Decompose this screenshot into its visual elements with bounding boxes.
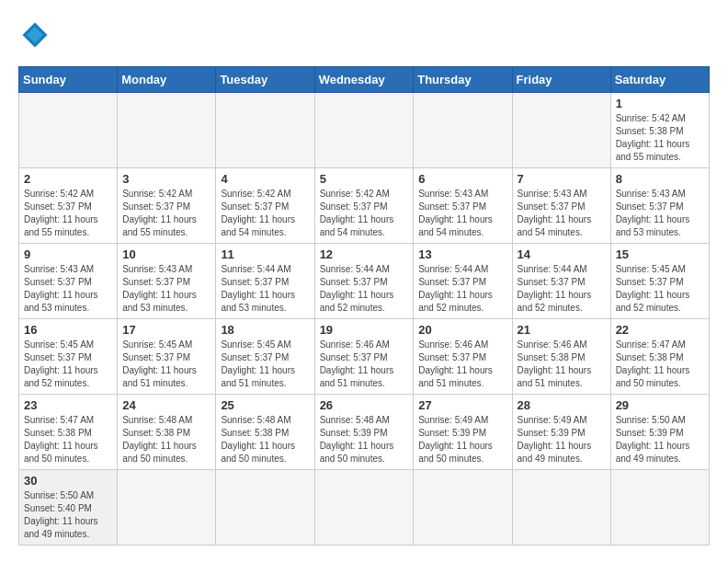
calendar-week-row: 2Sunrise: 5:42 AM Sunset: 5:37 PM Daylig… — [19, 168, 710, 244]
calendar-day-cell: 1Sunrise: 5:42 AM Sunset: 5:38 PM Daylig… — [610, 93, 709, 168]
day-info: Sunrise: 5:49 AM Sunset: 5:39 PM Dayligh… — [518, 414, 606, 465]
day-info: Sunrise: 5:45 AM Sunset: 5:37 PM Dayligh… — [24, 339, 112, 390]
calendar-week-row: 30Sunrise: 5:50 AM Sunset: 5:40 PM Dayli… — [19, 470, 710, 546]
calendar-day-cell — [216, 470, 314, 546]
day-info: Sunrise: 5:50 AM Sunset: 5:40 PM Dayligh… — [24, 489, 112, 541]
day-number: 6 — [418, 172, 506, 186]
day-number: 17 — [122, 323, 210, 337]
logo — [18, 18, 57, 52]
day-number: 16 — [24, 323, 112, 337]
day-number: 13 — [418, 247, 506, 261]
day-info: Sunrise: 5:46 AM Sunset: 5:38 PM Dayligh… — [518, 339, 606, 390]
day-of-week-header: Thursday — [414, 67, 512, 93]
calendar-day-cell: 10Sunrise: 5:43 AM Sunset: 5:37 PM Dayli… — [118, 244, 216, 319]
calendar-day-cell: 17Sunrise: 5:45 AM Sunset: 5:37 PM Dayli… — [118, 319, 216, 395]
day-info: Sunrise: 5:44 AM Sunset: 5:37 PM Dayligh… — [320, 263, 409, 315]
calendar-day-cell: 8Sunrise: 5:43 AM Sunset: 5:37 PM Daylig… — [610, 168, 709, 244]
day-number: 29 — [616, 398, 704, 412]
day-info: Sunrise: 5:46 AM Sunset: 5:37 PM Dayligh… — [418, 339, 506, 390]
day-number: 11 — [221, 247, 309, 261]
calendar-day-cell: 20Sunrise: 5:46 AM Sunset: 5:37 PM Dayli… — [414, 319, 512, 395]
calendar-day-cell: 26Sunrise: 5:48 AM Sunset: 5:39 PM Dayli… — [314, 395, 414, 470]
calendar-day-cell: 22Sunrise: 5:47 AM Sunset: 5:38 PM Dayli… — [610, 319, 709, 395]
day-number: 2 — [24, 172, 112, 186]
logo-icon — [18, 18, 51, 52]
calendar-day-cell: 15Sunrise: 5:45 AM Sunset: 5:37 PM Dayli… — [610, 244, 709, 319]
calendar-day-cell: 4Sunrise: 5:42 AM Sunset: 5:37 PM Daylig… — [216, 168, 314, 244]
calendar-day-cell: 28Sunrise: 5:49 AM Sunset: 5:39 PM Dayli… — [512, 395, 610, 470]
day-info: Sunrise: 5:44 AM Sunset: 5:37 PM Dayligh… — [221, 263, 309, 315]
day-number: 5 — [320, 172, 409, 186]
day-number: 4 — [221, 172, 309, 186]
calendar-day-cell: 11Sunrise: 5:44 AM Sunset: 5:37 PM Dayli… — [216, 244, 314, 319]
calendar-day-cell: 29Sunrise: 5:50 AM Sunset: 5:39 PM Dayli… — [610, 395, 709, 470]
calendar-day-cell: 27Sunrise: 5:49 AM Sunset: 5:39 PM Dayli… — [414, 395, 512, 470]
calendar-day-cell: 19Sunrise: 5:46 AM Sunset: 5:37 PM Dayli… — [314, 319, 414, 395]
day-info: Sunrise: 5:45 AM Sunset: 5:37 PM Dayligh… — [616, 263, 704, 315]
day-of-week-header: Friday — [512, 67, 610, 93]
calendar-day-cell: 25Sunrise: 5:48 AM Sunset: 5:38 PM Dayli… — [216, 395, 314, 470]
calendar-day-cell: 2Sunrise: 5:42 AM Sunset: 5:37 PM Daylig… — [19, 168, 118, 244]
calendar-day-cell — [512, 470, 610, 546]
day-number: 3 — [122, 172, 210, 186]
calendar-day-cell: 24Sunrise: 5:48 AM Sunset: 5:38 PM Dayli… — [118, 395, 216, 470]
calendar-day-cell — [512, 93, 610, 168]
day-info: Sunrise: 5:47 AM Sunset: 5:38 PM Dayligh… — [24, 414, 112, 465]
day-info: Sunrise: 5:48 AM Sunset: 5:39 PM Dayligh… — [320, 414, 409, 465]
calendar-week-row: 16Sunrise: 5:45 AM Sunset: 5:37 PM Dayli… — [19, 319, 710, 395]
day-number: 18 — [221, 323, 309, 337]
day-info: Sunrise: 5:43 AM Sunset: 5:37 PM Dayligh… — [418, 188, 506, 239]
calendar-day-cell: 3Sunrise: 5:42 AM Sunset: 5:37 PM Daylig… — [118, 168, 216, 244]
calendar-header-row: SundayMondayTuesdayWednesdayThursdayFrid… — [19, 67, 710, 93]
day-info: Sunrise: 5:42 AM Sunset: 5:37 PM Dayligh… — [221, 188, 309, 239]
day-info: Sunrise: 5:44 AM Sunset: 5:37 PM Dayligh… — [418, 263, 506, 315]
day-info: Sunrise: 5:45 AM Sunset: 5:37 PM Dayligh… — [122, 339, 210, 390]
day-number: 24 — [122, 398, 210, 412]
day-info: Sunrise: 5:43 AM Sunset: 5:37 PM Dayligh… — [24, 263, 112, 315]
day-number: 15 — [616, 247, 704, 261]
day-number: 1 — [616, 97, 704, 110]
day-info: Sunrise: 5:46 AM Sunset: 5:37 PM Dayligh… — [320, 339, 409, 390]
calendar-table: SundayMondayTuesdayWednesdayThursdayFrid… — [18, 66, 710, 546]
calendar-day-cell — [19, 93, 118, 168]
calendar-day-cell — [118, 470, 216, 546]
calendar-day-cell: 21Sunrise: 5:46 AM Sunset: 5:38 PM Dayli… — [512, 319, 610, 395]
day-info: Sunrise: 5:42 AM Sunset: 5:37 PM Dayligh… — [122, 188, 210, 239]
calendar-day-cell: 9Sunrise: 5:43 AM Sunset: 5:37 PM Daylig… — [19, 244, 118, 319]
day-info: Sunrise: 5:43 AM Sunset: 5:37 PM Dayligh… — [616, 188, 704, 239]
day-info: Sunrise: 5:49 AM Sunset: 5:39 PM Dayligh… — [418, 414, 506, 465]
calendar-day-cell: 6Sunrise: 5:43 AM Sunset: 5:37 PM Daylig… — [414, 168, 512, 244]
day-number: 22 — [616, 323, 704, 337]
day-number: 27 — [418, 398, 506, 412]
day-info: Sunrise: 5:48 AM Sunset: 5:38 PM Dayligh… — [221, 414, 309, 465]
day-of-week-header: Sunday — [19, 67, 118, 93]
day-number: 23 — [24, 398, 112, 412]
calendar-week-row: 9Sunrise: 5:43 AM Sunset: 5:37 PM Daylig… — [19, 244, 710, 319]
calendar-day-cell — [314, 470, 414, 546]
calendar-week-row: 23Sunrise: 5:47 AM Sunset: 5:38 PM Dayli… — [19, 395, 710, 470]
calendar-day-cell: 30Sunrise: 5:50 AM Sunset: 5:40 PM Dayli… — [19, 470, 118, 546]
calendar-day-cell: 7Sunrise: 5:43 AM Sunset: 5:37 PM Daylig… — [512, 168, 610, 244]
day-info: Sunrise: 5:44 AM Sunset: 5:37 PM Dayligh… — [518, 263, 606, 315]
calendar-day-cell: 23Sunrise: 5:47 AM Sunset: 5:38 PM Dayli… — [19, 395, 118, 470]
calendar-day-cell — [314, 93, 414, 168]
day-of-week-header: Wednesday — [314, 67, 414, 93]
day-number: 26 — [320, 398, 409, 412]
day-number: 21 — [518, 323, 606, 337]
calendar-day-cell — [414, 470, 512, 546]
calendar-day-cell — [610, 470, 709, 546]
day-info: Sunrise: 5:43 AM Sunset: 5:37 PM Dayligh… — [122, 263, 210, 315]
page-header — [18, 18, 710, 52]
day-number: 7 — [518, 172, 606, 186]
day-number: 8 — [616, 172, 704, 186]
day-number: 12 — [320, 247, 409, 261]
calendar-day-cell — [414, 93, 512, 168]
calendar-day-cell: 13Sunrise: 5:44 AM Sunset: 5:37 PM Dayli… — [414, 244, 512, 319]
calendar-day-cell — [118, 93, 216, 168]
day-info: Sunrise: 5:42 AM Sunset: 5:37 PM Dayligh… — [24, 188, 112, 239]
calendar-day-cell: 14Sunrise: 5:44 AM Sunset: 5:37 PM Dayli… — [512, 244, 610, 319]
day-number: 9 — [24, 247, 112, 261]
day-number: 20 — [418, 323, 506, 337]
day-info: Sunrise: 5:42 AM Sunset: 5:37 PM Dayligh… — [320, 188, 409, 239]
day-number: 25 — [221, 398, 309, 412]
